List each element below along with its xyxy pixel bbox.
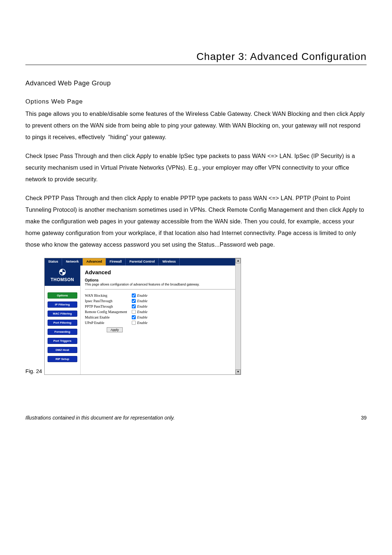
option-row: PPTP PassThrough Enable bbox=[85, 304, 236, 309]
body-paragraph: Check Ipsec Pass Through and then click … bbox=[25, 150, 367, 185]
tab-network[interactable]: Network bbox=[62, 258, 83, 266]
option-checkbox-upnp[interactable] bbox=[132, 321, 136, 325]
enable-text: Enable bbox=[137, 321, 147, 325]
tab-status[interactable]: Status bbox=[45, 258, 62, 266]
brand-text: THOMSON bbox=[45, 277, 80, 282]
sidebar-item-options[interactable]: Options bbox=[48, 292, 77, 299]
page-number: 39 bbox=[361, 415, 367, 421]
enable-text: Enable bbox=[137, 293, 147, 297]
enable-text: Enable bbox=[137, 299, 147, 303]
option-label: Remote Config Management bbox=[85, 310, 131, 314]
option-row: Multicast Enable Enable bbox=[85, 315, 236, 320]
screenshot-body: THOMSON Options IP Filtering MAC Filteri… bbox=[45, 266, 241, 374]
panel-description: This page allows configuration of advanc… bbox=[85, 283, 236, 286]
subsection-heading: Options Web Page bbox=[25, 98, 367, 105]
tab-firewall[interactable]: Firewall bbox=[106, 258, 126, 266]
page-footer: Illustrations contained in this document… bbox=[25, 415, 367, 421]
top-tabs: Status Network Advanced Firewall Parenta… bbox=[45, 258, 241, 266]
option-label: Ipsec PassThrough bbox=[85, 299, 131, 303]
panel-title: Advanced bbox=[85, 269, 236, 275]
option-row: Ipsec PassThrough Enable bbox=[85, 299, 236, 303]
scrollbar[interactable]: ▲ ▼ bbox=[235, 258, 241, 374]
tabs-spacer bbox=[180, 258, 240, 266]
option-checkbox-ipsec[interactable] bbox=[132, 299, 136, 303]
router-screenshot: Status Network Advanced Firewall Parenta… bbox=[44, 258, 241, 375]
brand-block: THOMSON bbox=[45, 266, 80, 286]
option-checkbox-multicast[interactable] bbox=[132, 315, 136, 319]
option-checkbox-pptp[interactable] bbox=[132, 304, 136, 308]
options-table: WAN Blocking Enable Ipsec PassThrough En… bbox=[85, 293, 236, 332]
scroll-down-icon[interactable]: ▼ bbox=[236, 369, 241, 374]
figure-wrap: Fig. 24 Status Network Advanced Firewall… bbox=[25, 258, 367, 375]
document-page: Chapter 3: Advanced Configuration Advanc… bbox=[0, 0, 392, 442]
scroll-up-icon[interactable]: ▲ bbox=[236, 258, 241, 263]
panel-rule bbox=[85, 289, 236, 289]
thomson-logo-icon bbox=[59, 268, 66, 276]
option-label: Multicast Enable bbox=[85, 315, 131, 319]
sidebar-item-port-filtering[interactable]: Port Filtering bbox=[48, 320, 77, 326]
figure-label: Fig. 24 bbox=[25, 368, 42, 375]
option-checkbox-wan-blocking[interactable] bbox=[132, 293, 136, 297]
option-label: UPnP Enable bbox=[85, 321, 131, 325]
sidebar-item-ip-filtering[interactable]: IP Filtering bbox=[48, 301, 77, 308]
enable-text: Enable bbox=[137, 310, 147, 314]
footer-note: Illustrations contained in this document… bbox=[25, 415, 175, 421]
chapter-title: Chapter 3: Advanced Configuration bbox=[25, 51, 367, 62]
sidebar-item-dmz-host[interactable]: DMZ Host bbox=[48, 347, 77, 353]
tab-wireless[interactable]: Wireless bbox=[159, 258, 180, 266]
body-paragraph: This page allows you to enable/disable s… bbox=[25, 108, 367, 143]
option-checkbox-remote-config[interactable] bbox=[132, 310, 136, 314]
sidebar-item-mac-filtering[interactable]: MAC Filtering bbox=[48, 311, 77, 317]
apply-button[interactable]: Apply bbox=[107, 327, 123, 332]
sidebar-item-rip-setup[interactable]: RIP Setup bbox=[48, 356, 77, 362]
tab-advanced[interactable]: Advanced bbox=[83, 258, 106, 266]
enable-text: Enable bbox=[137, 315, 147, 319]
enable-text: Enable bbox=[137, 304, 147, 308]
sidebar: THOMSON Options IP Filtering MAC Filteri… bbox=[45, 266, 81, 374]
option-row: WAN Blocking Enable bbox=[85, 293, 236, 298]
option-row: Remote Config Management Enable bbox=[85, 309, 236, 314]
option-label: WAN Blocking bbox=[85, 293, 131, 297]
sidebar-item-forwarding[interactable]: Forwarding bbox=[48, 329, 77, 335]
content-panel: Advanced Options This page allows config… bbox=[81, 266, 241, 374]
section-heading: Advanced Web Page Group bbox=[25, 80, 367, 87]
body-paragraph: Check PPTP Pass Through and then click A… bbox=[25, 193, 367, 251]
option-row: UPnP Enable Enable bbox=[85, 320, 236, 325]
panel-subtitle: Options bbox=[85, 278, 236, 282]
tab-parental-control[interactable]: Parental Control bbox=[126, 258, 159, 266]
sidebar-item-port-triggers[interactable]: Port Triggers bbox=[48, 338, 77, 344]
title-rule bbox=[25, 65, 367, 65]
option-label: PPTP PassThrough bbox=[85, 304, 131, 308]
sidebar-buttons: Options IP Filtering MAC Filtering Port … bbox=[45, 286, 80, 369]
